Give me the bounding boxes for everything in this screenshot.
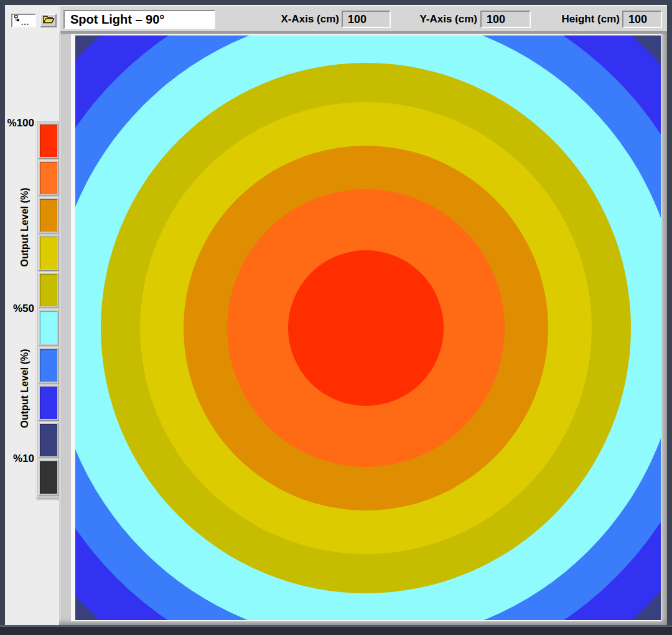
legend-swatch — [38, 347, 59, 383]
legend-swatch — [38, 309, 59, 346]
colorbar — [36, 120, 61, 498]
colorbar-tick-10: %10 — [0, 453, 34, 465]
y-axis-label: Y-Axis (cm) — [403, 13, 477, 26]
legend-swatch — [38, 160, 59, 196]
output-level-axis-label-upper: Output Level (%) — [19, 187, 30, 266]
legend-swatch — [38, 272, 59, 308]
output-level-axis-label-lower: Output Level (%) — [19, 349, 30, 428]
open-folder-icon — [42, 14, 55, 27]
path-glyph-icon — [14, 13, 20, 24]
legend-swatch — [38, 123, 59, 159]
legend-swatch — [38, 235, 59, 271]
y-axis-input[interactable]: 100 — [480, 11, 531, 28]
legend-swatch — [38, 385, 59, 421]
path-value: ... — [21, 21, 29, 24]
file-path-input[interactable]: ... — [11, 14, 36, 27]
colorbar-tick-100: %100 — [0, 117, 34, 129]
height-label: Height (cm) — [544, 13, 620, 26]
intensity-graph — [75, 35, 661, 620]
browse-folder-button[interactable] — [40, 14, 57, 27]
x-axis-input[interactable]: 100 — [342, 11, 391, 28]
light-name-field[interactable]: Spot Light – 90° — [63, 10, 215, 29]
x-axis-label: X-Axis (cm) — [261, 13, 339, 26]
height-input[interactable]: 100 — [622, 11, 662, 28]
legend-swatch — [38, 459, 59, 496]
window-bottom-border — [0, 625, 672, 635]
app-window: ... Spot Light – 90° X-Axis (cm) 100 Y-A… — [0, 0, 672, 635]
colorbar-tick-50: %50 — [0, 303, 34, 315]
legend-swatch — [38, 197, 59, 233]
legend-swatch — [38, 422, 59, 458]
intensity-ring — [288, 250, 444, 406]
